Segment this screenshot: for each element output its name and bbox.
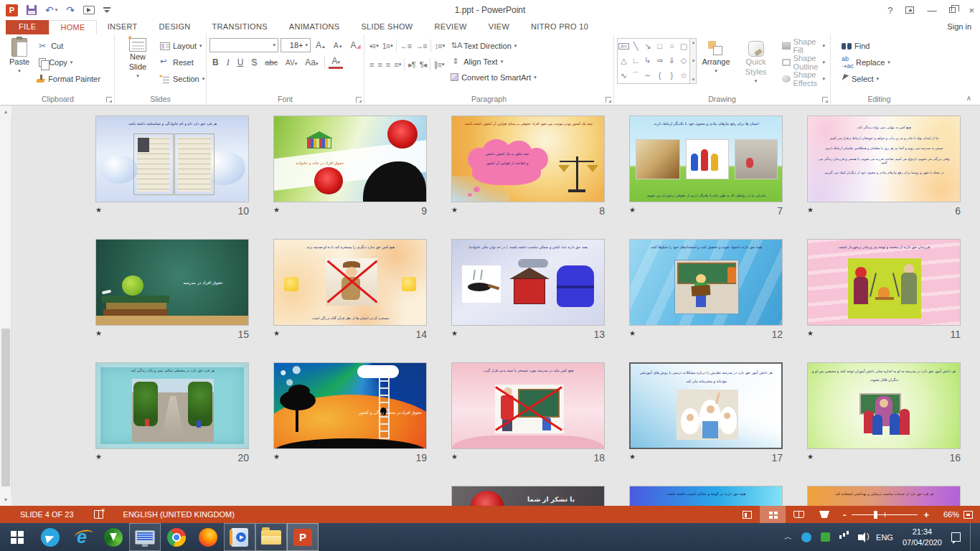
restore-icon[interactable] — [949, 7, 956, 13]
tab-insert[interactable]: INSERT — [97, 20, 149, 34]
zoom-level[interactable]: 66% — [935, 510, 959, 519]
slide-thumbnail-15[interactable]: حقوق افراد در مدرسه — [95, 239, 249, 326]
taskbar-powerpoint-button[interactable] — [287, 523, 319, 551]
reading-view-button[interactable] — [786, 506, 811, 523]
line-arrow-icon[interactable]: ↘ — [644, 42, 651, 51]
text-shadow-button[interactable]: S — [248, 57, 260, 68]
powerpoint-logo-icon[interactable] — [6, 4, 18, 17]
ltr-direction-button[interactable]: ▸¶ — [406, 60, 417, 70]
numbering-button[interactable]: 1≡▾ — [380, 41, 395, 51]
decrease-indent-button[interactable]: ←≡ — [398, 41, 413, 51]
tab-nitro-pro-10[interactable]: NITRO PRO 10 — [520, 20, 599, 34]
taskbar-media-player-button[interactable] — [224, 523, 255, 551]
reset-button[interactable]: Reset — [158, 55, 207, 70]
gallery-more-icon[interactable]: ▼ — [691, 77, 695, 82]
paste-button[interactable]: Paste ▾ — [4, 37, 34, 76]
slide-thumbnail-8[interactable]: تبعه یک کشور بودن موجب می شود افراد حقوق… — [451, 116, 605, 202]
slide-thumbnail-14[interactable]: هیچ کس حق ندارد دیگری را مسخره کند یا به… — [273, 239, 427, 326]
volume-icon[interactable] — [858, 534, 862, 540]
right-arrow-icon[interactable]: ⇒ — [656, 56, 663, 65]
align-left-button[interactable]: ≡ — [367, 60, 375, 70]
show-hidden-icons-icon[interactable]: ︿ — [784, 532, 792, 542]
animation-indicator-star-icon[interactable]: ★ — [451, 329, 458, 337]
language-indicator[interactable]: ENGLISH (UNITED KINGDOM) — [123, 510, 235, 519]
scroll-up-icon[interactable]: ▲ — [0, 106, 11, 118]
slide-thumbnail-9[interactable]: حقوق افراد در خانه و خانواده — [273, 116, 427, 202]
clear-formatting-button[interactable]: A◢ — [348, 39, 364, 51]
slide-thumbnail-19[interactable]: حقوق افراد در محیط زندگی و کشور — [273, 362, 427, 449]
bold-button[interactable]: B — [209, 57, 222, 68]
tray-app-icon[interactable] — [801, 532, 811, 542]
taskbar-file-explorer-button[interactable] — [255, 523, 287, 551]
scroll-down-icon[interactable]: ▼ — [691, 59, 695, 63]
rtl-direction-button[interactable]: ¶◂ — [418, 60, 428, 70]
scroll-up-icon[interactable]: ▲ — [691, 40, 695, 44]
normal-view-button[interactable] — [734, 506, 760, 523]
animation-indicator-star-icon[interactable]: ★ — [273, 206, 280, 214]
triangle-icon[interactable]: △ — [621, 56, 626, 65]
shape-effects-button[interactable]: Shape Effects▾ — [780, 72, 827, 86]
action-center-icon[interactable] — [951, 532, 961, 542]
taskbar-firefox-button[interactable] — [192, 523, 224, 551]
left-brace-icon[interactable]: { — [659, 71, 661, 80]
font-dialog-launcher[interactable] — [356, 97, 362, 103]
animation-indicator-star-icon[interactable]: ★ — [273, 453, 280, 461]
tray-app2-icon[interactable] — [821, 532, 830, 542]
elbow-icon[interactable]: ∟ — [632, 56, 640, 65]
tab-design[interactable]: DESIGN — [149, 20, 202, 34]
convert-to-smartart-button[interactable]: Convert to SmartArt▾ — [451, 70, 537, 84]
shape-fill-button[interactable]: Shape Fill▾ — [780, 39, 827, 53]
rectangle-icon[interactable]: □ — [657, 42, 662, 50]
clock[interactable]: 21:3407/04/2020 — [903, 527, 942, 548]
shrink-font-button[interactable]: A▼ — [331, 41, 346, 50]
slide-thumbnail[interactable]: با تشکر از شما — [451, 486, 605, 506]
tab-animations[interactable]: ANIMATIONS — [278, 20, 351, 34]
help-icon[interactable]: ? — [887, 5, 892, 16]
start-button[interactable] — [0, 523, 34, 551]
zoom-in-button[interactable]: + — [923, 509, 929, 520]
character-spacing-button[interactable]: AV▾ — [283, 58, 300, 67]
slide-thumbnail[interactable]: هر فرد حق دارد از خدمات مناسب پزشکی و به… — [807, 486, 961, 506]
columns-button[interactable]: ∥≡▾ — [432, 60, 446, 70]
drawing-dialog-launcher[interactable] — [822, 97, 828, 103]
layout-button[interactable]: Layout▾ — [158, 39, 207, 53]
text-box-icon[interactable]: A≡ — [618, 43, 629, 50]
right-brace-icon[interactable]: } — [670, 71, 673, 80]
slide-sorter-view-button[interactable] — [760, 506, 786, 523]
paragraph-dialog-launcher[interactable] — [606, 97, 611, 103]
save-icon[interactable] — [27, 5, 37, 15]
tab-home[interactable]: HOME — [49, 20, 96, 34]
animation-indicator-star-icon[interactable]: ★ — [807, 329, 814, 337]
rounded-rectangle-icon[interactable]: ▢ — [680, 42, 687, 51]
animation-indicator-star-icon[interactable]: ★ — [451, 453, 458, 461]
down-arrow-icon[interactable]: ⇓ — [669, 56, 675, 65]
italic-button[interactable]: I — [224, 57, 232, 69]
animation-indicator-star-icon[interactable]: ★ — [95, 453, 102, 461]
select-button[interactable]: Select▾ — [839, 72, 892, 86]
slide-thumbnail[interactable]: همه حق دارند در کوچه و خیابان امنیت داشت… — [629, 486, 783, 506]
scroll-down-icon[interactable]: ▼ — [0, 494, 11, 506]
shape-outline-button[interactable]: Shape Outline▾ — [780, 55, 827, 70]
animation-indicator-star-icon[interactable]: ★ — [807, 453, 814, 461]
slide-thumbnail-11[interactable]: فرزندان حق دارند از محبت و توجه پدر و ما… — [807, 239, 961, 326]
justify-button[interactable]: ≡▾ — [392, 60, 402, 70]
star-icon[interactable]: ☆ — [680, 71, 687, 80]
format-painter-button[interactable]: Format Painter — [34, 72, 103, 86]
font-size-combo[interactable]: 18+▾ — [281, 38, 311, 52]
tab-transitions[interactable]: TRANSITIONS — [202, 20, 278, 34]
increase-indent-button[interactable]: →≡ — [413, 41, 428, 51]
fit-to-window-icon[interactable] — [963, 511, 973, 519]
quick-styles-button[interactable]: Quick Styles ▾ — [735, 37, 777, 85]
copy-button[interactable]: Copy▾ — [34, 55, 103, 70]
zoom-out-button[interactable]: - — [843, 509, 846, 520]
start-from-beginning-icon[interactable] — [83, 6, 95, 14]
align-text-button[interactable]: ⇕Align Text▾ — [451, 55, 537, 68]
slide-indicator[interactable]: SLIDE 4 OF 23 — [20, 510, 74, 519]
ribbon-display-options-icon[interactable] — [905, 6, 914, 14]
arrange-button[interactable]: Arrange ▾ — [697, 37, 735, 76]
slide-thumbnail-17[interactable]: هر دانش آموز حق دارد در مدرسه نظرش را در… — [629, 362, 783, 449]
slide-thumbnail-18[interactable]: هیچ کس نباید در مدرسه مورد تمسخر یا تنبی… — [451, 362, 605, 449]
taskbar-on-screen-keyboard-button[interactable] — [129, 523, 161, 551]
animation-indicator-star-icon[interactable]: ★ — [273, 329, 280, 337]
font-color-button[interactable]: A▾ — [329, 57, 343, 69]
